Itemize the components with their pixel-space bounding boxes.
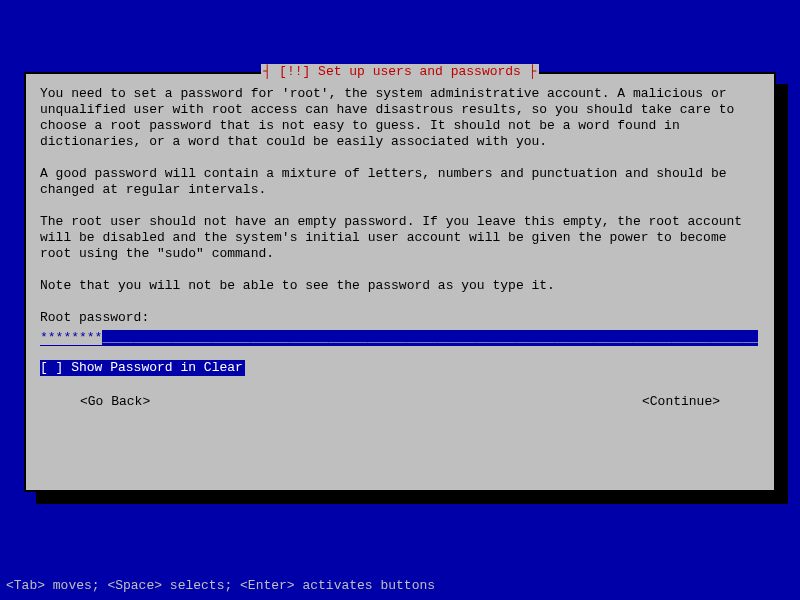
installer-dialog: ┤ [!!] Set up users and passwords ├ You … (24, 72, 776, 492)
keybinding-hint: <Tab> moves; <Space> selects; <Enter> ac… (6, 578, 794, 594)
continue-button[interactable]: <Continue> (642, 394, 720, 410)
password-prompt: Root password: (40, 310, 760, 326)
password-underscores: ________________________________________… (102, 330, 758, 345)
instruction-para-4: Note that you will not be able to see th… (40, 278, 760, 294)
checkbox-label: Show Password in Clear (63, 360, 242, 375)
instruction-para-3: The root user should not have an empty p… (40, 214, 760, 262)
dialog-content: You need to set a password for 'root', t… (40, 86, 760, 410)
instruction-para-2: A good password will contain a mixture o… (40, 166, 760, 198)
checkbox-box: [ ] (40, 360, 63, 375)
instruction-para-1: You need to set a password for 'root', t… (40, 86, 760, 150)
dialog-title: ┤ [!!] Set up users and passwords ├ (261, 64, 538, 80)
nav-row: <Go Back> <Continue> (40, 394, 760, 410)
go-back-button[interactable]: <Go Back> (80, 394, 150, 410)
dialog-title-wrap: ┤ [!!] Set up users and passwords ├ (26, 64, 774, 80)
password-mask: ******** (40, 330, 102, 345)
show-password-checkbox[interactable]: [ ] Show Password in Clear (40, 360, 245, 376)
root-password-input[interactable]: ********________________________________… (40, 330, 758, 346)
